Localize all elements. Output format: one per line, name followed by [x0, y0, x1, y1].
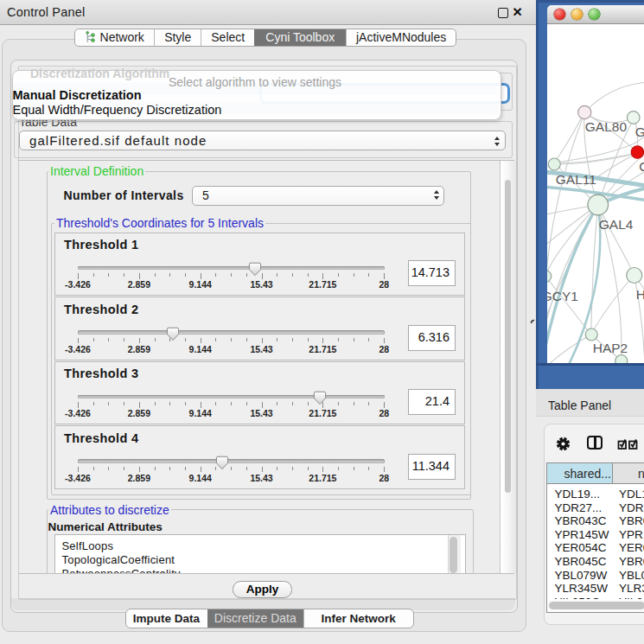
svg-text:GAL4: GAL4 — [598, 217, 633, 232]
svg-text:GAL80: GAL80 — [584, 119, 627, 134]
svg-text:C: C — [639, 159, 644, 174]
svg-text:GAL11: GAL11 — [555, 172, 596, 187]
svg-text:GCY1: GCY1 — [547, 289, 578, 303]
svg-text:HAP2: HAP2 — [592, 341, 628, 355]
svg-text:H: H — [635, 287, 644, 302]
svg-text:GAL: GAL — [634, 124, 644, 139]
